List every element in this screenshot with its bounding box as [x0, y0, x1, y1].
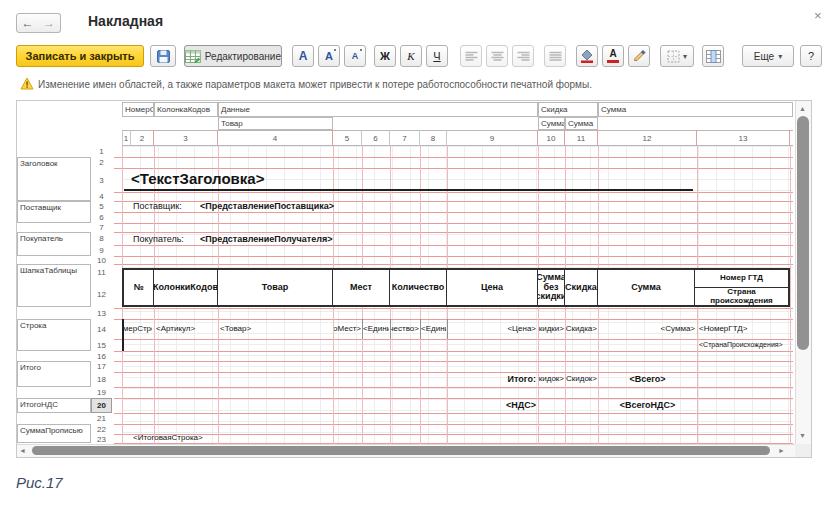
column-header[interactable]: 10	[538, 130, 565, 146]
scroll-down-icon[interactable]: ▼	[799, 432, 806, 439]
cell-price-param[interactable]: <Цена>	[449, 319, 536, 339]
underline-button[interactable]: Ч	[426, 45, 448, 67]
area-label-postavshchik[interactable]: Поставщик	[17, 201, 91, 223]
named-column-subheader[interactable]: Сумма	[538, 117, 565, 130]
merge-cells-button[interactable]	[702, 45, 724, 67]
cell-goods-param[interactable]: <Товар>	[220, 319, 320, 339]
th-price[interactable]: Цена	[447, 270, 538, 305]
column-header[interactable]: 3	[154, 130, 218, 146]
row-header[interactable]: 2	[91, 157, 112, 168]
area-label-zagolovok[interactable]: Заголовок	[17, 157, 91, 201]
cell-sum-without-discount-param[interactable]: <СуммаБезСкидки>	[539, 319, 564, 339]
column-header[interactable]: 13	[697, 130, 790, 146]
font-color-button[interactable]: А	[602, 45, 624, 67]
th-sum-without-discount[interactable]: Сумма без скидки	[538, 270, 565, 305]
column-header[interactable]: 1	[122, 130, 131, 146]
column-header[interactable]: 9	[447, 130, 538, 146]
align-right-button[interactable]	[512, 45, 534, 67]
row-header[interactable]: 17	[91, 361, 112, 372]
row-header[interactable]: 6	[91, 212, 112, 223]
named-column-subheader[interactable]: Товар	[218, 117, 333, 130]
scroll-left-icon[interactable]: ◄	[19, 447, 26, 454]
row-header[interactable]: 3	[91, 168, 112, 192]
align-justify-button[interactable]	[544, 45, 566, 67]
named-column-header[interactable]: Данные	[218, 102, 538, 117]
border-color-button[interactable]	[628, 45, 650, 67]
cell-quantity-param[interactable]: <Количество>	[391, 319, 419, 339]
row-header[interactable]: 19	[91, 387, 112, 398]
th-gtd-column[interactable]: Номер ГТД Страна происхождения	[695, 270, 788, 305]
save-and-close-button[interactable]: Записать и закрыть	[16, 45, 144, 67]
cell-country-param[interactable]: <СтранаПроисхождения>	[699, 339, 790, 351]
column-header[interactable]: 5	[333, 130, 362, 146]
row-header[interactable]: 15	[91, 339, 112, 351]
th-sum[interactable]: Сумма	[598, 270, 695, 305]
area-label-shapka[interactable]: ШапкаТаблицы	[17, 264, 91, 307]
row-header[interactable]: 7	[91, 223, 112, 232]
cell-title-text[interactable]: <ТекстЗаголовка>	[131, 169, 411, 189]
invoice-table-header[interactable]: № КолонкиКодов Товар Мест Количество Цен…	[122, 268, 790, 307]
th-origin-country[interactable]: Страна происхождения	[695, 288, 788, 305]
th-codes[interactable]: КолонкиКодов	[154, 270, 218, 305]
named-column-header[interactable]: НомерСтроки	[122, 102, 154, 117]
row-header[interactable]: 5	[91, 201, 112, 212]
th-number[interactable]: №	[124, 270, 154, 305]
row-header[interactable]: 13	[91, 307, 112, 319]
save-button[interactable]	[150, 45, 176, 67]
bold-button[interactable]: Ж	[374, 45, 396, 67]
named-column-subheader[interactable]: Сумма	[565, 117, 598, 130]
cell-unit-param[interactable]: <ЕдиницаИзмерения>	[363, 319, 389, 339]
italic-button[interactable]: К	[400, 45, 422, 67]
column-header[interactable]: 11	[565, 130, 598, 146]
horizontal-scrollbar-thumb[interactable]	[32, 446, 770, 455]
row-header[interactable]: 23	[91, 434, 112, 444]
cell-amount-in-words-param[interactable]: <ИтоговаяСтрока>	[133, 434, 283, 443]
cell-total-without-discount-param[interactable]: <ВсегоБезСкидок>	[539, 372, 564, 387]
th-discount[interactable]: Скидка	[565, 270, 598, 305]
named-column-header[interactable]: Сумма	[598, 102, 793, 117]
cell-supplier-value[interactable]: <ПредставлениеПоставщика>	[200, 202, 420, 212]
row-header[interactable]: 11	[91, 264, 112, 281]
cell-vat-param[interactable]: <НДС>	[449, 398, 536, 413]
named-column-header[interactable]: КолонкаКодов	[154, 102, 218, 117]
row-header[interactable]: 22	[91, 424, 112, 434]
row-header-selected[interactable]: 20	[91, 398, 112, 413]
cell-places-param[interactable]: <КоличествоМест>	[334, 319, 361, 339]
column-header[interactable]: 12	[598, 130, 697, 146]
row-header[interactable]: 4	[91, 192, 112, 201]
area-label-pokupatel[interactable]: Покупатель	[17, 232, 91, 256]
fill-color-button[interactable]	[576, 45, 598, 67]
th-quantity[interactable]: Количество	[390, 270, 447, 305]
borders-dropdown-button[interactable]: ▾	[660, 45, 694, 67]
cell-buyer-label[interactable]: Покупатель:	[133, 234, 197, 245]
column-header[interactable]: 2	[131, 130, 154, 146]
th-gtd-number[interactable]: Номер ГТД	[695, 270, 788, 288]
more-actions-button[interactable]: Еще ▾	[742, 45, 794, 67]
help-button[interactable]: ?	[800, 45, 822, 67]
area-label-itogo[interactable]: Итого	[17, 361, 91, 387]
area-label-summa-propisyu[interactable]: СуммаПрописью	[17, 424, 91, 443]
column-header[interactable]: 7	[390, 130, 420, 146]
cell-vat-total-param[interactable]: <ВсегоНДС>	[600, 398, 695, 413]
row-header[interactable]: 10	[91, 256, 112, 264]
row-header[interactable]: 1	[91, 146, 112, 157]
cell-total-sum-param[interactable]: <Всего>	[600, 372, 695, 387]
area-label-itogo-nds[interactable]: ИтогоНДС	[17, 398, 91, 413]
cell-buyer-value[interactable]: <ПредставлениеПолучателя>	[200, 234, 420, 245]
cell-unit2-param[interactable]: <ЕдиницаИзмерения>	[421, 319, 446, 339]
row-header[interactable]: 8	[91, 232, 112, 245]
row-header[interactable]: 14	[91, 319, 112, 339]
column-header[interactable]: 4	[218, 130, 333, 146]
row-header[interactable]: 12	[91, 281, 112, 307]
cell-discount-param[interactable]: <Скидка>	[566, 319, 597, 339]
font-size-decrease-button[interactable]: А	[344, 45, 366, 67]
cell-sum-param[interactable]: <Сумма>	[600, 319, 695, 339]
vertical-scrollbar-thumb[interactable]	[797, 116, 809, 350]
forward-button[interactable]: →	[38, 13, 61, 33]
cell-supplier-label[interactable]: Поставщик:	[133, 202, 195, 212]
scroll-up-icon[interactable]: ▲	[799, 105, 806, 112]
cell-gtd-param[interactable]: <НомерГТД>	[699, 319, 788, 339]
close-icon[interactable]: ×	[814, 8, 822, 23]
row-header[interactable]: 9	[91, 245, 112, 256]
back-button[interactable]: ←	[16, 13, 39, 33]
